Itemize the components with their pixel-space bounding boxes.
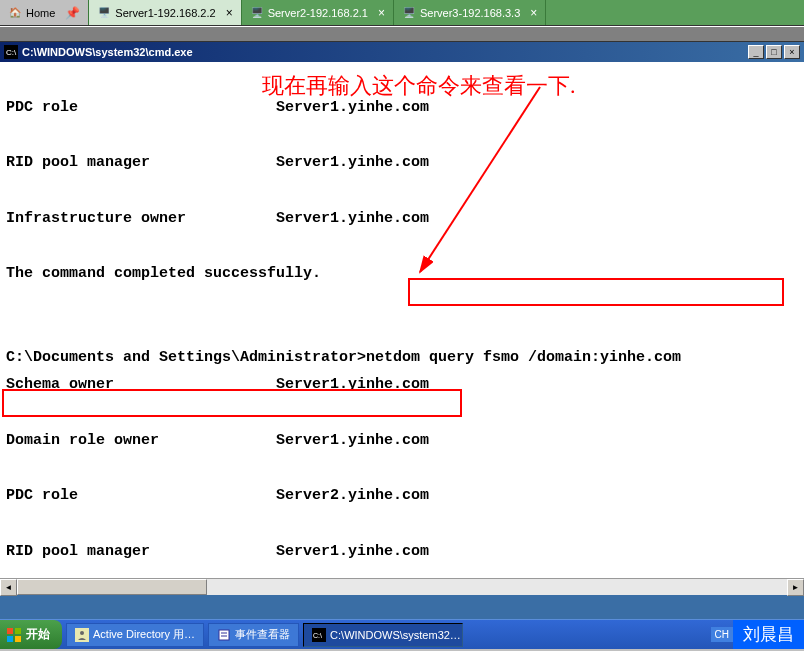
taskbar: 开始 Active Directory 用… 事件查看器 C:\ C:\WIND…	[0, 619, 804, 649]
tab-server2[interactable]: 🖥️ Server2-192.168.2.1 ×	[242, 0, 394, 25]
tab-label: Server2-192.168.2.1	[268, 7, 368, 19]
tab-server1[interactable]: 🖥️ Server1-192.168.2.2 ×	[89, 0, 241, 25]
maximize-button[interactable]: □	[766, 45, 782, 59]
scroll-left-button[interactable]: ◄	[0, 579, 17, 596]
output-line: PDC role Server2.yinhe.com	[6, 487, 429, 504]
computer-icon: 🖥️	[402, 6, 416, 20]
scroll-track[interactable]	[17, 579, 787, 595]
minimize-button[interactable]: _	[748, 45, 764, 59]
start-button[interactable]: 开始	[0, 620, 62, 649]
cmd-window: C:\ C:\WINDOWS\system32\cmd.exe _ □ × PD…	[0, 42, 804, 595]
highlight-box-command	[408, 278, 784, 306]
computer-icon: 🖥️	[97, 6, 111, 20]
window-controls: _ □ ×	[748, 45, 800, 59]
home-icon: 🏠	[8, 6, 22, 20]
svg-rect-3	[7, 636, 13, 642]
svg-line-0	[420, 87, 540, 272]
svg-text:C:\: C:\	[313, 632, 322, 639]
scroll-right-button[interactable]: ►	[787, 579, 804, 596]
taskbar-item-ad[interactable]: Active Directory 用…	[66, 623, 204, 647]
cmd-title: C:\WINDOWS\system32\cmd.exe	[22, 46, 748, 58]
output-line: Domain role owner Server1.yinhe.com	[6, 432, 429, 449]
svg-rect-1	[7, 628, 13, 634]
tab-home[interactable]: 🏠 Home 📌	[0, 0, 89, 25]
browser-tab-bar: 🏠 Home 📌 🖥️ Server1-192.168.2.2 × 🖥️ Ser…	[0, 0, 804, 26]
tab-label: Server3-192.168.3.3	[420, 7, 520, 19]
close-button[interactable]: ×	[784, 45, 800, 59]
svg-rect-7	[219, 630, 229, 640]
taskbar-label: Active Directory 用…	[93, 627, 195, 642]
ime-indicator[interactable]: CH	[711, 627, 733, 642]
desktop-area	[0, 595, 804, 619]
taskbar-item-eventviewer[interactable]: 事件查看器	[208, 623, 299, 647]
annotation-text: 现在再输入这个命令来查看一下.	[262, 66, 576, 107]
svg-point-6	[80, 631, 84, 635]
ad-icon	[75, 628, 89, 642]
scroll-thumb[interactable]	[17, 579, 207, 595]
horizontal-scrollbar[interactable]: ◄ ►	[0, 578, 804, 595]
cmd-icon: C:\	[4, 45, 18, 59]
close-icon[interactable]: ×	[226, 6, 233, 20]
close-icon[interactable]: ×	[530, 6, 537, 20]
sub-toolbar	[0, 26, 804, 42]
output-line: Schema owner Server1.yinhe.com	[6, 376, 429, 393]
taskbar-tray: CH 刘晨昌	[711, 620, 804, 649]
cmd-titlebar[interactable]: C:\ C:\WINDOWS\system32\cmd.exe _ □ ×	[0, 42, 804, 62]
cmd-output[interactable]: PDC role Server1.yinhe.com RID pool mana…	[0, 62, 804, 578]
author-watermark: 刘晨昌	[733, 620, 804, 649]
tab-server3[interactable]: 🖥️ Server3-192.168.3.3 ×	[394, 0, 546, 25]
windows-logo-icon	[6, 627, 22, 643]
svg-rect-2	[15, 628, 21, 634]
start-label: 开始	[26, 626, 50, 643]
pin-icon[interactable]: 📌	[65, 6, 80, 20]
close-icon[interactable]: ×	[378, 6, 385, 20]
prompt-line: C:\Documents and Settings\Administrator>…	[6, 349, 681, 366]
eventviewer-icon	[217, 628, 231, 642]
output-line: RID pool manager Server1.yinhe.com	[6, 154, 429, 171]
tab-label: Home	[26, 7, 55, 19]
output-line: Infrastructure owner Server1.yinhe.com	[6, 210, 429, 227]
output-line: RID pool manager Server1.yinhe.com	[6, 543, 429, 560]
cmd-icon: C:\	[312, 628, 326, 642]
computer-icon: 🖥️	[250, 6, 264, 20]
annotation-arrow	[410, 82, 560, 282]
taskbar-item-cmd[interactable]: C:\ C:\WINDOWS\system32…	[303, 623, 463, 647]
taskbar-label: C:\WINDOWS\system32…	[330, 629, 461, 641]
output-line: The command completed successfully.	[6, 265, 321, 282]
taskbar-label: 事件查看器	[235, 627, 290, 642]
tab-label: Server1-192.168.2.2	[115, 7, 215, 19]
svg-rect-4	[15, 636, 21, 642]
